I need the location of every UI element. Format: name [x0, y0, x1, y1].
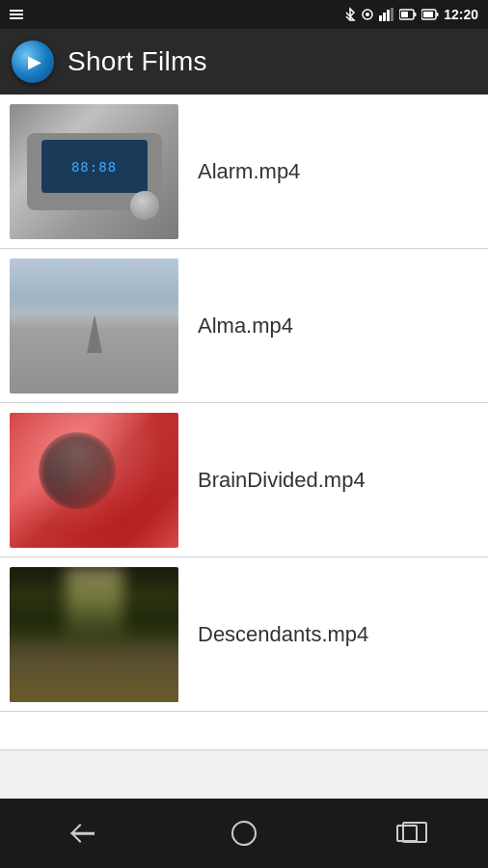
- content-list: 88:88 Alarm.mp4 Alma.mp4 BrainDivided.mp…: [0, 95, 488, 799]
- item-title-alarm: Alarm.mp4: [178, 159, 478, 184]
- list-item-partial[interactable]: [0, 712, 488, 750]
- svg-rect-3: [383, 13, 386, 21]
- time-display: 12:20: [444, 7, 478, 22]
- svg-rect-7: [401, 12, 408, 17]
- svg-rect-11: [437, 13, 439, 16]
- list-item[interactable]: BrainDivided.mp4: [0, 403, 488, 557]
- home-button[interactable]: [215, 814, 273, 853]
- svg-point-1: [366, 13, 369, 16]
- status-bar-left: [10, 10, 23, 19]
- item-title-alma: Alma.mp4: [178, 313, 478, 339]
- signal-indicator-icon: [361, 8, 374, 21]
- back-button[interactable]: [52, 814, 110, 853]
- status-bar: 12:20: [0, 0, 488, 29]
- alarm-knob: [130, 191, 159, 220]
- app-title: Short Films: [68, 46, 207, 77]
- recent-icon: [396, 825, 418, 842]
- list-item[interactable]: Alma.mp4: [0, 249, 488, 403]
- bluetooth-icon: [344, 7, 356, 22]
- alarm-display: 88:88: [41, 140, 148, 193]
- svg-rect-10: [423, 12, 433, 17]
- menu-icon: [10, 10, 23, 19]
- svg-rect-5: [391, 8, 393, 21]
- svg-rect-4: [387, 10, 390, 21]
- list-item[interactable]: Descendants.mp4: [0, 557, 488, 712]
- signal-bars-icon: [379, 8, 394, 21]
- battery2-icon: [399, 9, 417, 20]
- status-bar-right: 12:20: [344, 7, 478, 22]
- nav-bar: [0, 799, 488, 868]
- thumbnail-braindivided: [10, 413, 178, 548]
- app-bar: Short Films: [0, 29, 488, 95]
- back-icon: [66, 824, 96, 843]
- app-logo-icon: [12, 41, 54, 83]
- thumbnail-descendants: [10, 567, 178, 702]
- item-title-descendants: Descendants.mp4: [178, 622, 478, 647]
- battery-icon: [421, 9, 439, 20]
- thumbnail-alma: [10, 258, 178, 393]
- list-item[interactable]: 88:88 Alarm.mp4: [0, 95, 488, 249]
- alma-cathedral: [87, 314, 102, 353]
- svg-rect-8: [415, 13, 417, 16]
- recent-button[interactable]: [378, 814, 436, 853]
- item-title-braindivided: BrainDivided.mp4: [178, 468, 478, 493]
- home-icon: [231, 821, 257, 846]
- svg-rect-2: [379, 15, 382, 21]
- thumbnail-alarm: 88:88: [10, 104, 178, 239]
